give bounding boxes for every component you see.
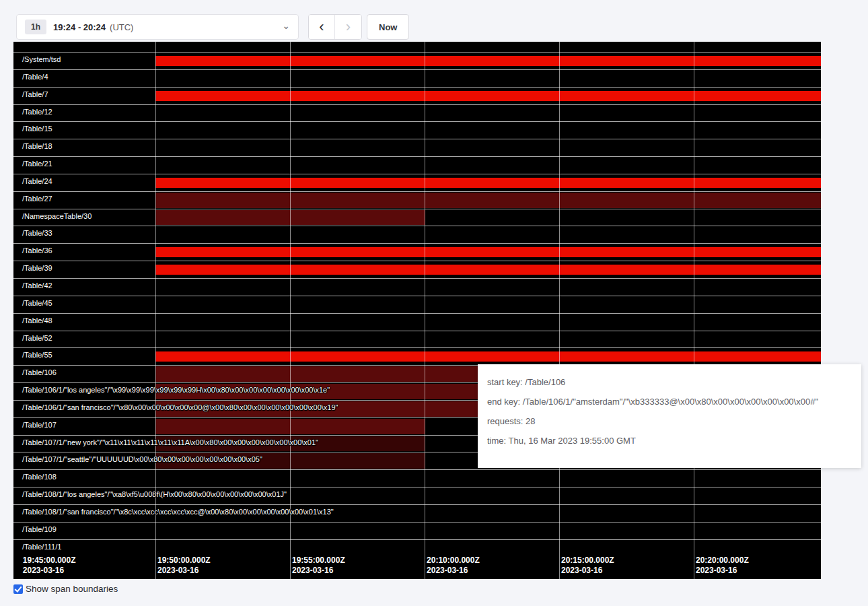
heatmap-row-label: /Table/15 bbox=[13, 125, 52, 133]
heatmap-band[interactable] bbox=[155, 178, 821, 188]
tooltip-line: start key: /Table/106 bbox=[487, 377, 852, 387]
heatmap-band[interactable] bbox=[155, 193, 821, 208]
heatmap-row[interactable]: /Table/48 bbox=[13, 313, 821, 331]
heatmap-row[interactable]: /System/tsd bbox=[13, 52, 821, 69]
time-step-buttons: ‹ › bbox=[308, 14, 362, 40]
heatmap-band[interactable] bbox=[155, 210, 425, 226]
heatmap-band[interactable] bbox=[155, 56, 821, 66]
heatmap-row[interactable]: /Table/55 bbox=[13, 347, 821, 365]
heatmap-row[interactable]: /Table/27 bbox=[13, 191, 821, 209]
chevron-down-icon: ⌄ bbox=[282, 22, 290, 29]
heatmap-row[interactable]: /Table/21 bbox=[13, 156, 821, 174]
heatmap-row[interactable]: /Table/108/1/"los angeles"/"\xa8\xf5\u00… bbox=[13, 487, 821, 504]
heatmap-row[interactable]: /Table/18 bbox=[13, 139, 821, 156]
heatmap-row-label: /Table/7 bbox=[13, 90, 48, 99]
heatmap-row-label: /Table/106/1/"san francisco"/"\x80\x00\x… bbox=[13, 403, 338, 412]
heatmap-row[interactable]: /Table/12 bbox=[13, 104, 821, 122]
heatmap-row[interactable]: /Table/42 bbox=[13, 278, 821, 296]
tooltip-line: time: Thu, 16 Mar 2023 19:55:00 GMT bbox=[487, 436, 852, 446]
show-span-boundaries-label: Show span boundaries bbox=[26, 583, 118, 595]
next-time-button[interactable]: › bbox=[335, 15, 361, 39]
key-visualizer-page: 1h 19:24 - 20:24 (UTC) ⌄ ‹ › Now /System… bbox=[0, 0, 868, 606]
heatmap-x-axis: 19:45:00.000Z2023-03-1619:50:00.000Z2023… bbox=[13, 553, 821, 579]
heatmap-row[interactable]: /Table/108/1/"san francisco"/"\x8c\xcc\x… bbox=[13, 504, 821, 522]
heatmap-row-label: /Table/106 bbox=[13, 368, 57, 377]
time-range-selector[interactable]: 1h 19:24 - 20:24 (UTC) ⌄ bbox=[16, 14, 299, 40]
heatmap-row-label: /Table/106/1/"los angeles"/"\x99\x99\x99… bbox=[13, 386, 330, 395]
x-axis-tick: 20:10:00.000Z2023-03-16 bbox=[425, 556, 480, 576]
heatmap-row[interactable]: /Table/111/1 bbox=[13, 539, 821, 553]
heatmap-row-label: /Table/48 bbox=[13, 316, 52, 325]
time-range-timezone: (UTC) bbox=[110, 22, 133, 32]
heatmap-band[interactable] bbox=[155, 247, 821, 257]
heatmap-row[interactable]: /NamespaceTable/30 bbox=[13, 209, 821, 226]
heatmap-row-label: /Table/36 bbox=[13, 246, 52, 255]
prev-time-button[interactable]: ‹ bbox=[309, 15, 335, 39]
heatmap-row[interactable]: /Table/39 bbox=[13, 261, 821, 278]
heatmap-row-label: /Table/109 bbox=[13, 525, 57, 534]
heatmap-row-label: /System/tsd bbox=[13, 55, 61, 64]
heatmap-row-label: /Table/52 bbox=[13, 334, 52, 343]
heatmap-band[interactable] bbox=[155, 351, 821, 362]
heatmap-row-label: /Table/12 bbox=[13, 108, 52, 116]
heatmap-row-label: /Table/107/1/"new york"/"\x11\x11\x11\x1… bbox=[13, 438, 318, 447]
heatmap-row[interactable]: /Table/52 bbox=[13, 331, 821, 348]
footer: Show span boundaries bbox=[13, 583, 118, 595]
heatmap-row[interactable]: /Table/4 bbox=[13, 69, 821, 87]
time-range-badge: 1h bbox=[25, 20, 46, 34]
heatmap-row-label: /Table/21 bbox=[13, 160, 52, 168]
tooltip-line: end key: /Table/106/1/"amsterdam"/"\xb33… bbox=[487, 397, 852, 407]
heatmap-row-label: /Table/24 bbox=[13, 177, 52, 186]
x-axis-tick: 19:50:00.000Z2023-03-16 bbox=[155, 556, 211, 576]
tooltip: start key: /Table/106end key: /Table/106… bbox=[478, 364, 861, 468]
heatmap-row-label: /Table/39 bbox=[13, 264, 52, 273]
heatmap-rows: /System/tsd/Table/4/Table/7/Table/12/Tab… bbox=[13, 42, 821, 553]
heatmap-band[interactable] bbox=[155, 419, 425, 434]
heatmap-row[interactable]: /Table/33 bbox=[13, 226, 821, 243]
heatmap-row[interactable]: /Table/24 bbox=[13, 174, 821, 191]
heatmap-row-label: /Table/33 bbox=[13, 229, 52, 238]
x-axis-tick: 19:55:00.000Z2023-03-16 bbox=[290, 556, 345, 576]
now-button[interactable]: Now bbox=[367, 14, 409, 40]
heatmap-row-label: /Table/107 bbox=[13, 421, 57, 430]
heatmap-row[interactable]: /Table/36 bbox=[13, 243, 821, 261]
heatmap-row-label: /Table/108 bbox=[13, 473, 57, 481]
heatmap-row-label: /Table/45 bbox=[13, 299, 52, 308]
tooltip-line: requests: 28 bbox=[487, 416, 852, 426]
heatmap-row-label: /Table/27 bbox=[13, 195, 52, 203]
heatmap-row-label: /Table/107/1/"seattle"/"UUUUUUD\x00\x80\… bbox=[13, 455, 262, 464]
heatmap-row-label: /Table/108/1/"los angeles"/"\xa8\xf5\u00… bbox=[13, 490, 287, 499]
x-axis-tick: 19:45:00.000Z2023-03-16 bbox=[21, 556, 76, 576]
show-span-boundaries-checkbox[interactable] bbox=[13, 584, 23, 594]
heatmap-row-label: /Table/4 bbox=[13, 73, 48, 81]
heatmap-row[interactable]: /Table/108 bbox=[13, 469, 821, 487]
heatmap-row-label: /Table/18 bbox=[13, 142, 52, 151]
heatmap-row-label: /NamespaceTable/30 bbox=[13, 212, 92, 221]
heatmap-band[interactable] bbox=[155, 265, 821, 275]
toolbar: 1h 19:24 - 20:24 (UTC) ⌄ ‹ › Now bbox=[0, 0, 868, 42]
key-visualizer-canvas[interactable]: /System/tsd/Table/4/Table/7/Table/12/Tab… bbox=[13, 42, 821, 579]
heatmap-band[interactable] bbox=[155, 91, 821, 101]
heatmap-row[interactable]: /Table/45 bbox=[13, 296, 821, 313]
time-range-label: 19:24 - 20:24 bbox=[53, 22, 106, 32]
heatmap-row[interactable]: /Table/15 bbox=[13, 121, 821, 139]
heatmap-row-label: /Table/108/1/"san francisco"/"\x8c\xcc\x… bbox=[13, 508, 334, 516]
heatmap-top-spacer bbox=[13, 42, 821, 52]
heatmap-row-label: /Table/42 bbox=[13, 281, 52, 290]
heatmap-row[interactable]: /Table/7 bbox=[13, 87, 821, 104]
x-axis-tick: 20:15:00.000Z2023-03-16 bbox=[559, 556, 614, 576]
heatmap-row-label: /Table/111/1 bbox=[13, 543, 61, 551]
heatmap-row[interactable]: /Table/109 bbox=[13, 522, 821, 539]
x-axis-tick: 20:20:00.000Z2023-03-16 bbox=[694, 556, 749, 576]
heatmap-row-label: /Table/55 bbox=[13, 351, 52, 360]
